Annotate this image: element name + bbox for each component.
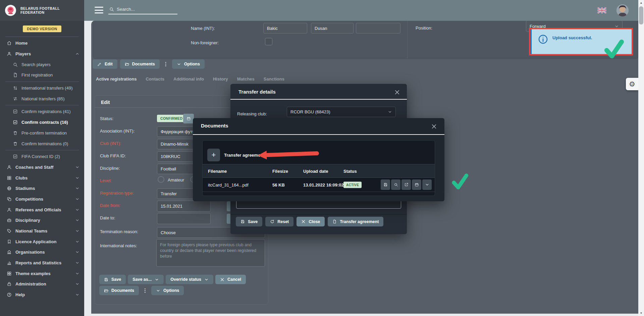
- transfer-agreement-button[interactable]: Transfer agreement: [328, 217, 383, 226]
- scroll-down-button[interactable]: ▼: [638, 310, 644, 316]
- sidebar-item-confirm-registrations[interactable]: Confirm registrations (41): [0, 106, 84, 117]
- sidebar-item-administration[interactable]: Administration: [0, 279, 84, 289]
- chevron-down-icon: [75, 186, 79, 191]
- tab-history[interactable]: History: [213, 76, 228, 82]
- search-icon: [13, 62, 18, 67]
- sidebar-item-organisations[interactable]: Organisations: [0, 247, 84, 258]
- sidebar-item-help[interactable]: Help: [0, 289, 84, 300]
- sidebar-item-search-players[interactable]: Search players: [0, 59, 84, 70]
- sidebar-item-national-transfers[interactable]: National transfers (85): [0, 93, 84, 104]
- sidebar-item-competitions[interactable]: Competitions: [0, 194, 84, 205]
- international-notes-textarea[interactable]: [156, 239, 265, 267]
- sidebar-item-fifa-connect-id[interactable]: FIFA Connect ID (2): [0, 151, 84, 162]
- players-icon: [7, 51, 12, 56]
- chevron-down-icon: [75, 250, 79, 254]
- sidebar-item-home[interactable]: Home: [0, 38, 84, 49]
- releasing-club-select[interactable]: RCOR BGU (68423): [287, 107, 396, 117]
- close-button[interactable]: Close: [297, 217, 325, 226]
- sidebar-item-referees-and-officials[interactable]: Referees and Officials: [0, 204, 84, 215]
- tab-sanctions[interactable]: Sanctions: [264, 76, 284, 82]
- document-upload-date: 13.01.2022 16:09:02: [303, 182, 344, 187]
- edit-button[interactable]: Edit: [93, 59, 117, 69]
- save-button[interactable]: Save: [99, 275, 126, 284]
- sidebar-item-disciplinary[interactable]: Disciplinary: [0, 215, 84, 226]
- sidebar-item-pre-confirm-termination[interactable]: Pre-confirm termination: [0, 128, 84, 139]
- sidebar-item-theme-examples[interactable]: Theme examples: [0, 268, 84, 279]
- documents-button[interactable]: Documents: [99, 286, 139, 295]
- sidebar-item-confirm-terminations[interactable]: Confirm terminations (0): [0, 138, 84, 149]
- sidebar-item-stadiums[interactable]: Stadiums: [0, 183, 84, 194]
- more-button[interactable]: [422, 179, 432, 190]
- sidebar-item-confirm-contracts[interactable]: Confirm contracts (16): [0, 117, 84, 128]
- chevron-down-icon: [75, 261, 79, 265]
- options-button[interactable]: Options: [151, 286, 184, 295]
- topbar: [84, 0, 644, 21]
- user-avatar[interactable]: [616, 4, 629, 16]
- search-icon: [109, 7, 114, 12]
- pencil-icon: [97, 62, 102, 66]
- chevron-down-icon: [75, 218, 79, 222]
- tab-matches[interactable]: Matches: [237, 76, 255, 82]
- tab-additional-info[interactable]: Additional info: [173, 76, 204, 82]
- floppy-icon: [240, 219, 245, 224]
- override-status-button[interactable]: Override status: [166, 275, 213, 284]
- sidebar-item-national-teams[interactable]: National Teams: [0, 226, 84, 236]
- status-label: Status:: [100, 116, 113, 121]
- scrollbar-thumb[interactable]: [639, 6, 643, 24]
- sidebar-item-licence-application[interactable]: Licence Application: [0, 236, 84, 247]
- transfer-modal-title: Transfer details: [238, 89, 276, 95]
- sidebar-item-clubs[interactable]: Clubs: [0, 172, 84, 183]
- brand-header[interactable]: BELARUS FOOTBALL FEDERATION: [0, 0, 84, 21]
- more-actions-dots[interactable]: ⋮: [142, 287, 149, 294]
- history-button[interactable]: [412, 179, 421, 190]
- first-name-input[interactable]: [311, 23, 354, 34]
- cancel-button[interactable]: Cancel: [215, 275, 246, 284]
- more-actions-dots[interactable]: ⋮: [162, 61, 169, 67]
- middle-name-input[interactable]: [356, 23, 400, 34]
- save-button[interactable]: Save: [236, 217, 262, 226]
- download-button[interactable]: [381, 179, 390, 190]
- info-icon: [538, 34, 548, 45]
- options-button[interactable]: Options: [172, 59, 205, 69]
- chevron-down-icon: [75, 176, 79, 180]
- reset-button[interactable]: Reset: [265, 217, 293, 226]
- add-document-button[interactable]: +: [207, 149, 220, 161]
- tab-contacts[interactable]: Contacts: [146, 76, 164, 82]
- theme-icon: [7, 271, 12, 276]
- sidebar-item-reports-and-statistics[interactable]: Reports and Statistics: [0, 258, 84, 268]
- preview-button[interactable]: [391, 179, 400, 190]
- search-input[interactable]: [117, 7, 170, 12]
- documents-button[interactable]: Documents: [120, 59, 160, 69]
- chevron-down-icon: [75, 240, 79, 244]
- tag-icon: [7, 228, 12, 233]
- check-square-icon: [13, 120, 18, 125]
- close-icon[interactable]: [394, 89, 400, 95]
- save-as-button[interactable]: Save as...: [128, 275, 164, 284]
- help-icon: [7, 292, 12, 297]
- menu-toggle-button[interactable]: [95, 7, 103, 13]
- chevron-down-icon: [75, 197, 79, 201]
- level-radio-amateur[interactable]: [158, 176, 164, 183]
- tab-active-registrations[interactable]: Active registrations: [96, 76, 137, 82]
- sidebar-item-international-transfers[interactable]: International transfers (49): [0, 83, 84, 94]
- date-from-input[interactable]: [157, 201, 211, 212]
- calendar-icon: [186, 116, 191, 121]
- chevron-down-icon: [75, 165, 79, 169]
- chevron-down-icon: [75, 208, 79, 212]
- sidebar-item-first-registration[interactable]: First registration: [0, 70, 84, 81]
- chevron-down-icon: [156, 288, 160, 293]
- scroll-up-button[interactable]: ▲: [638, 0, 644, 6]
- date-to-input[interactable]: [157, 213, 211, 224]
- open-external-button[interactable]: [401, 179, 411, 190]
- close-icon[interactable]: [431, 123, 437, 129]
- sidebar-item-players[interactable]: Players: [0, 49, 84, 59]
- last-name-input[interactable]: [263, 23, 307, 34]
- non-foreigner-checkbox[interactable]: [265, 38, 272, 45]
- chevron-down-icon: [177, 62, 181, 66]
- status-history-button[interactable]: [183, 114, 194, 123]
- check-square-icon: [13, 154, 18, 159]
- sidebar-item-coaches-and-staff[interactable]: Coaches and Staff: [0, 162, 84, 173]
- settings-gear-button[interactable]: ⚙: [626, 78, 638, 90]
- non-foreigner-label: Non-foreigner:: [191, 40, 219, 45]
- language-flag-icon[interactable]: [597, 7, 606, 13]
